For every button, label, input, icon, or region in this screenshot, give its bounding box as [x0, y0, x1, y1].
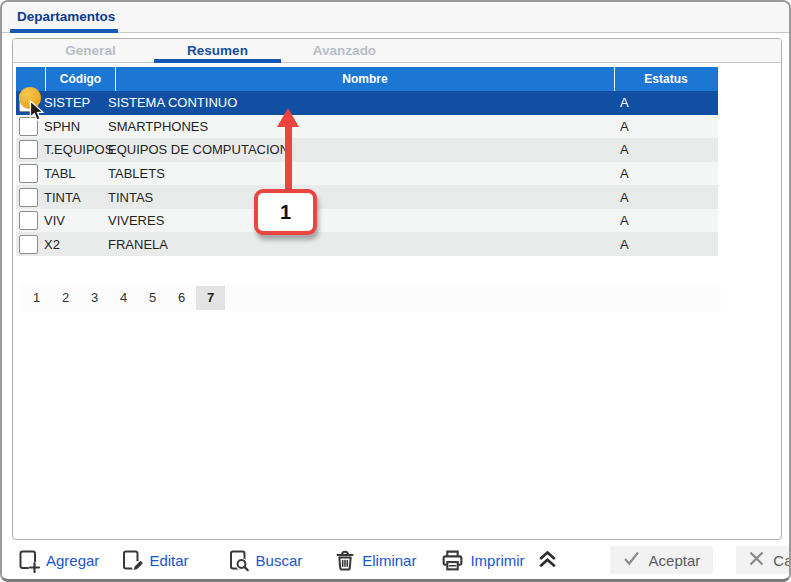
row-checkbox[interactable] [19, 211, 38, 230]
cell-codigo: VIV [38, 213, 108, 228]
table-row[interactable]: X2 FRANELA A [16, 232, 718, 256]
cell-codigo: TINTA [38, 190, 108, 205]
cell-codigo: SPHN [38, 119, 108, 134]
page-title: Departamentos [17, 9, 115, 24]
table-row[interactable]: TINTA TINTAS A [16, 185, 718, 209]
tabstrip: General Resumen Avanzado [13, 39, 781, 63]
pagination: 1 2 3 4 5 6 7 [19, 284, 721, 312]
add-icon [17, 548, 41, 573]
tab-avanzado-label: Avanzado [313, 43, 376, 58]
double-chevron-up-icon [535, 546, 560, 575]
trash-icon [333, 548, 357, 573]
table-body: SISTEP SISTEMA CONTINUO A SPHN SMARTPHON… [16, 91, 718, 256]
cell-estatus: A [607, 119, 707, 134]
page-number[interactable]: 1 [22, 286, 51, 310]
departments-table: Código Nombre Estatus SISTEP SISTEMA CON… [16, 67, 718, 256]
search-button[interactable]: Buscar [227, 548, 303, 573]
tab-general-label: General [65, 43, 115, 58]
cell-estatus: A [607, 213, 707, 228]
cell-nombre: VIVERES [108, 213, 607, 228]
row-checkbox[interactable] [19, 235, 38, 254]
table-row[interactable]: VIV VIVERES A [16, 209, 718, 233]
edit-icon [120, 548, 144, 573]
cell-estatus: A [607, 237, 707, 252]
cell-nombre: FRANELA [108, 237, 607, 252]
check-icon [623, 551, 640, 569]
printer-icon [440, 548, 465, 573]
accept-button-label: Aceptar [649, 552, 701, 569]
cell-nombre: TABLETS [108, 166, 607, 181]
cell-codigo: T.EQUIPOS [38, 142, 108, 157]
page-number[interactable]: 3 [80, 286, 109, 310]
page-number[interactable]: 2 [51, 286, 80, 310]
collapse-toolbar-button[interactable] [535, 546, 560, 575]
table-row[interactable]: SISTEP SISTEMA CONTINUO A [16, 91, 718, 115]
tab-resumen[interactable]: Resumen [154, 39, 281, 62]
annotation-step-badge: 1 [254, 189, 317, 235]
cell-estatus: A [607, 166, 707, 181]
add-button-label: Agregar [46, 552, 99, 569]
title-active-underline [10, 29, 118, 33]
cell-codigo: TABL [38, 166, 108, 181]
row-checkbox[interactable] [19, 188, 38, 207]
cell-estatus: A [607, 95, 707, 110]
print-button[interactable]: Imprimir [440, 548, 524, 573]
cell-estatus: A [607, 190, 707, 205]
table-row[interactable]: SPHN SMARTPHONES A [16, 115, 718, 139]
edit-button-label: Editar [149, 552, 188, 569]
cancel-button[interactable]: Cancelar [736, 546, 791, 574]
page-number[interactable]: 4 [109, 286, 138, 310]
header-estatus: Estatus [614, 67, 717, 91]
cell-codigo: X2 [38, 237, 108, 252]
table-header: Código Nombre Estatus [16, 67, 718, 91]
page-number-current[interactable]: 7 [196, 286, 225, 310]
cell-codigo: SISTEP [38, 95, 108, 110]
x-icon [749, 551, 764, 569]
page-number[interactable]: 6 [167, 286, 196, 310]
cell-nombre: SMARTPHONES [108, 119, 607, 134]
print-button-label: Imprimir [470, 552, 524, 569]
cell-nombre: EQUIPOS DE COMPUTACION [108, 142, 607, 157]
edit-button[interactable]: Editar [120, 548, 188, 573]
cell-estatus: A [607, 142, 707, 157]
tab-general[interactable]: General [27, 39, 154, 62]
bottom-toolbar: Agregar Editar Buscar [2, 542, 789, 578]
delete-button-label: Eliminar [362, 552, 416, 569]
search-button-label: Buscar [256, 552, 303, 569]
departamentos-window: Departamentos General Resumen Avanzado C… [0, 0, 791, 582]
tab-active-underline [154, 59, 281, 63]
window-titlebar: Departamentos [2, 2, 789, 33]
table-row[interactable]: TABL TABLETS A [16, 162, 718, 186]
annotation-step-label: 1 [280, 201, 291, 224]
cell-nombre: TINTAS [108, 190, 607, 205]
row-checkbox[interactable] [19, 140, 38, 159]
header-nombre: Nombre [115, 67, 614, 91]
tab-avanzado[interactable]: Avanzado [281, 39, 408, 62]
delete-button[interactable]: Eliminar [333, 548, 416, 573]
search-icon [227, 548, 251, 573]
mouse-cursor-icon [29, 100, 45, 128]
accept-button[interactable]: Aceptar [610, 546, 714, 574]
header-codigo: Código [45, 67, 115, 91]
annotation-arrow-shaft [285, 125, 292, 191]
main-panel: General Resumen Avanzado Código Nombre E… [12, 38, 782, 540]
cancel-button-label: Cancelar [773, 552, 791, 569]
tab-resumen-label: Resumen [187, 43, 248, 58]
page-number[interactable]: 5 [138, 286, 167, 310]
cell-nombre: SISTEMA CONTINUO [108, 95, 607, 110]
add-button[interactable]: Agregar [17, 548, 99, 573]
row-checkbox[interactable] [19, 164, 38, 183]
table-row[interactable]: T.EQUIPOS EQUIPOS DE COMPUTACION A [16, 138, 718, 162]
